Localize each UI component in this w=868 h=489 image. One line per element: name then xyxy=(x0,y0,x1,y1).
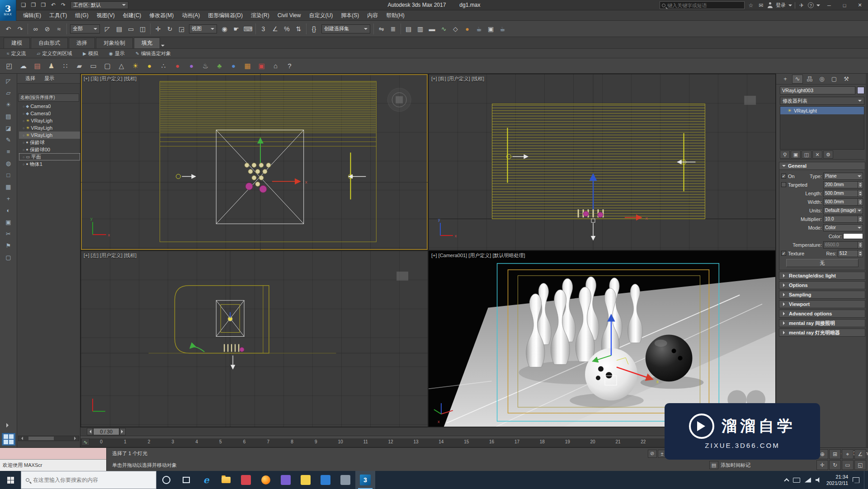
outline-rect-icon[interactable]: ▭ xyxy=(87,60,100,72)
stack-icon[interactable]: ≡ xyxy=(3,146,14,157)
menu-graph-editors[interactable]: 图形编辑器(D) xyxy=(204,10,247,20)
configure-modifier-sets-icon[interactable]: ⚙ xyxy=(823,150,833,159)
frame-icon[interactable]: □ xyxy=(3,169,14,180)
multiplier-spinner[interactable]: 10.0 xyxy=(823,216,863,223)
viewport-layout-icon[interactable] xyxy=(2,433,15,446)
ribbon-tab-自由形式[interactable]: 自由形式 xyxy=(31,38,68,48)
schematic-view-icon[interactable]: ◇ xyxy=(450,23,461,35)
texture-checkbox[interactable]: Texture xyxy=(781,251,804,256)
new-file-icon[interactable]: ❏ xyxy=(19,1,28,9)
folder-icon[interactable]: ▱ xyxy=(3,87,14,98)
scroll-right-icon[interactable] xyxy=(74,437,78,440)
taskbar-app-app-blue[interactable] xyxy=(316,471,335,489)
color-grid-icon[interactable]: ▦ xyxy=(241,60,254,72)
menu-views[interactable]: 视图(V) xyxy=(93,10,119,20)
modifier-list-dropdown[interactable]: 修改器列表 xyxy=(780,97,864,105)
scene-object-row[interactable]: ○◆Camera0 xyxy=(19,110,80,117)
front-viewport-label[interactable]: [+] [前] [用户定义] [线框] xyxy=(431,75,484,82)
orbit-icon[interactable]: ↻ xyxy=(829,460,841,470)
taskbar-clock[interactable]: 21:34 2021/2/11 xyxy=(826,474,848,486)
people-icon[interactable]: ♟ xyxy=(45,60,58,72)
utilities-tab[interactable]: ⚒ xyxy=(841,75,852,84)
menu-animation[interactable]: 动画(A) xyxy=(178,10,204,20)
rounded-rect-icon[interactable]: ▢ xyxy=(101,60,114,72)
hierarchy-tab[interactable]: 品 xyxy=(804,75,815,84)
shade-icon[interactable]: ◪ xyxy=(3,122,14,133)
yellow-sphere-icon[interactable]: ● xyxy=(143,60,156,72)
minimize-button[interactable]: ─ xyxy=(823,0,835,10)
toggle-layer-explorer-icon[interactable]: ▥ xyxy=(415,23,426,35)
app-logo[interactable]: 3 MAX xyxy=(0,0,16,21)
login-button[interactable]: 登录 xyxy=(776,2,786,9)
zoom-region-icon[interactable]: ▭ xyxy=(842,460,854,470)
ribbon-tab-填充[interactable]: 填充 xyxy=(134,38,160,48)
camera-viewport-canvas[interactable]: x x xyxy=(429,251,775,427)
taskbar-app-task-view[interactable] xyxy=(176,471,196,489)
zoom-extents-icon[interactable]: ⌖ xyxy=(842,449,854,459)
remove-modifier-icon[interactable]: ✕ xyxy=(812,150,822,159)
select-and-move-icon[interactable]: ✛ xyxy=(152,23,164,35)
spinner-arrows-icon[interactable] xyxy=(858,182,863,188)
top-viewport-label[interactable]: [+] [顶] [用户定义] [线框] xyxy=(84,75,137,82)
front-viewport[interactable]: [+] [前] [用户定义] [线框] xyxy=(429,74,775,250)
scene-object-row[interactable]: ○☀VRayLigh xyxy=(19,124,80,132)
ribbon-tab-选择[interactable]: 选择 xyxy=(69,38,95,48)
red-sphere-icon[interactable]: ● xyxy=(171,60,184,72)
front-viewport-canvas[interactable]: x x y xyxy=(429,74,775,250)
steam-icon[interactable]: ♨ xyxy=(199,60,212,72)
taskbar-search-input[interactable] xyxy=(33,477,151,483)
mini-curve-editor-icon[interactable]: ∿ xyxy=(81,438,90,446)
rollout-header[interactable]: Advanced options xyxy=(779,310,865,318)
se-menu-display[interactable]: 显示 xyxy=(41,74,58,83)
ribbon-tool[interactable]: ▶模拟 xyxy=(80,49,101,58)
taskbar-app-app-red[interactable] xyxy=(236,471,256,489)
scrollbar-thumb[interactable] xyxy=(28,437,54,440)
material-editor-icon[interactable]: ● xyxy=(462,23,473,35)
top-viewport[interactable]: [+] [顶] [用户定义] [线框] xyxy=(81,74,428,250)
motion-tab[interactable]: ◎ xyxy=(816,75,827,84)
select-and-rotate-icon[interactable]: ↻ xyxy=(164,23,175,35)
taskbar-search-box[interactable] xyxy=(21,471,156,489)
create-tab[interactable]: + xyxy=(780,75,791,84)
ribbon-tab-对象绘制[interactable]: 对象绘制 xyxy=(96,38,133,48)
maximize-viewport-icon[interactable]: ◱ xyxy=(854,460,866,470)
percent-snap-toggle-icon[interactable]: % xyxy=(281,23,292,35)
favorites-icon[interactable]: ☆ xyxy=(747,2,755,9)
next-frame-button[interactable] xyxy=(119,428,126,435)
action-center-icon[interactable] xyxy=(853,477,859,483)
window-crossing-toggle-icon[interactable]: ◫ xyxy=(137,23,148,35)
select-by-name-icon[interactable]: ▤ xyxy=(113,23,125,35)
help-search-input[interactable] xyxy=(667,3,742,8)
buildings-icon[interactable]: ⌂ xyxy=(269,60,282,72)
top-viewport-canvas[interactable]: x x y xyxy=(81,74,428,250)
dots-grid-icon[interactable]: ∷ xyxy=(59,60,72,72)
edit-named-selection-sets-icon[interactable]: {} xyxy=(308,23,320,35)
object-color-swatch[interactable] xyxy=(857,87,864,94)
show-end-result-icon[interactable]: ▣ xyxy=(791,150,801,159)
mirror-icon[interactable]: ⇋ xyxy=(376,23,387,35)
se-menu-select[interactable]: 选择 xyxy=(22,74,39,83)
chevron-down-icon[interactable] xyxy=(788,5,792,8)
menu-content[interactable]: 内容 xyxy=(363,10,382,20)
spinner-snap-toggle-icon[interactable]: ⇅ xyxy=(293,23,304,35)
unlink-selection-icon[interactable]: ⊘ xyxy=(42,23,53,35)
menu-group[interactable]: 组(G) xyxy=(71,10,92,20)
volume-icon[interactable] xyxy=(816,477,822,483)
expand-panel-icon[interactable] xyxy=(6,423,11,428)
undo-icon[interactable]: ↶ xyxy=(49,1,58,9)
select-object-icon[interactable]: ◸ xyxy=(102,23,113,35)
list-icon[interactable]: ▤ xyxy=(3,111,14,122)
ribbon-tab-建模[interactable]: 建模 xyxy=(4,38,30,48)
left-viewport-label[interactable]: [+] [左] [用户定义] [线框] xyxy=(84,252,137,259)
toggle-scene-explorer-icon[interactable]: ▤ xyxy=(403,23,414,35)
lamp-icon[interactable]: ☀ xyxy=(3,99,14,110)
filled-rect-icon[interactable]: ▰ xyxy=(73,60,86,72)
save-file-icon[interactable]: ❒ xyxy=(39,1,48,9)
spinner-arrows-icon[interactable] xyxy=(858,199,863,205)
chevron-down-icon[interactable] xyxy=(816,5,820,8)
pan-icon[interactable]: ✛ xyxy=(816,460,828,470)
scene-object-row[interactable]: ○●物体1 xyxy=(19,160,80,168)
flag-icon[interactable]: ⚑ xyxy=(3,240,14,251)
pin-stack-icon[interactable]: ⚲ xyxy=(780,150,790,159)
scene-object-row[interactable]: ○☀VRayLigh xyxy=(19,132,80,139)
